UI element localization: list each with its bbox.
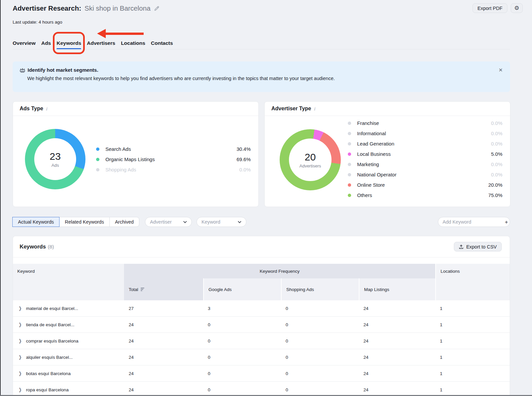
chevron-right-icon[interactable]: ❯ <box>19 371 22 376</box>
advertiser-select-placeholder: Advertiser <box>150 219 172 225</box>
shopping-ads-cell: 0 <box>281 349 359 365</box>
legend-item: Search Ads 30.4% <box>96 144 251 154</box>
chevron-right-icon[interactable]: ❯ <box>19 387 22 392</box>
locations-cell: 1 <box>435 333 510 349</box>
shopping-ads-cell: 0 <box>281 317 359 333</box>
col-google-ads-header[interactable]: Google Ads <box>203 278 281 300</box>
keyword-text: material de esquí Barcel... <box>26 306 78 311</box>
table-row[interactable]: ❯ botas esquí Barcelona 24 0 0 24 1 <box>13 365 510 382</box>
ads-type-card: Ads Type i 23 Ads Search Ads 30.4% <box>13 101 259 207</box>
legend-item: Marketing 0.0% <box>348 159 502 169</box>
advertiser-filter-select[interactable]: Advertiser <box>145 217 192 227</box>
page-title: Advertiser Research: Ski shop in Barcelo… <box>13 3 160 14</box>
legend-label: Shopping Ads <box>105 167 239 172</box>
tab[interactable]: Locations <box>121 37 145 49</box>
ads-type-card-header: Ads Type i <box>13 102 258 116</box>
legend-value: 0.0% <box>491 172 502 177</box>
tab-label: Contacts <box>151 40 173 46</box>
page-title-name: Ski shop in Barcelona <box>84 3 150 14</box>
tab[interactable]: Ads <box>41 37 51 49</box>
tab[interactable]: Contacts <box>151 37 173 49</box>
keyword-frequency-label: Keyword Frequency <box>260 269 300 274</box>
total-cell: 24 <box>124 349 203 365</box>
chevron-right-icon[interactable]: ❯ <box>19 322 22 327</box>
tab[interactable]: Overview <box>13 37 36 49</box>
total-cell: 27 <box>124 300 203 316</box>
legend-dot <box>348 173 351 176</box>
donut-center-label: Advertisers <box>299 163 321 168</box>
col-map-listings-header[interactable]: Map Listings <box>359 278 435 300</box>
add-keyword-field: + <box>438 217 510 227</box>
add-keyword-input[interactable] <box>443 219 505 225</box>
hot-segments-banner: Identify hot market segments. We highlig… <box>13 61 510 92</box>
banner-text: We highlight the most relevant keywords … <box>27 76 503 81</box>
ads-type-title: Ads Type <box>20 106 43 112</box>
keywords-filter-tabs: Actual Keywords Related Keywords Archive… <box>13 217 139 227</box>
donut-center-label: Ads <box>52 163 59 168</box>
legend-label: Marketing <box>357 161 491 167</box>
tab[interactable]: Advertisers <box>87 37 115 49</box>
chevron-down-icon <box>238 221 241 223</box>
google-ads-cell: 0 <box>203 333 281 349</box>
legend-item: Franchise 0.0% <box>348 118 502 128</box>
col-total-header[interactable]: Total <box>124 278 203 300</box>
legend-value: 0.0% <box>491 161 502 167</box>
legend-label: Local Business <box>357 151 491 157</box>
legend-dot <box>348 142 351 146</box>
donut-hole: 23 Ads <box>34 138 76 180</box>
locations-cell: 1 <box>435 365 510 381</box>
shopping-ads-cell: 0 <box>281 382 359 396</box>
table-row[interactable]: ❯ material de esquí Barcel... 27 3 0 24 … <box>13 300 510 317</box>
tab[interactable]: Keywords <box>57 37 81 49</box>
banner-close-button[interactable]: ✕ <box>498 67 503 72</box>
map-listings-label: Map Listings <box>364 287 389 292</box>
table-row[interactable]: ❯ comprar esquís Barcelona 24 0 0 24 1 <box>13 333 510 349</box>
keywords-card-header: Keywords (8) Export to CSV <box>13 236 510 257</box>
table-row[interactable]: ❯ tienda de esquí Barcel... 24 0 0 24 1 <box>13 317 510 333</box>
plus-icon[interactable]: + <box>505 219 508 225</box>
col-shopping-ads-header[interactable]: Shopping Ads <box>281 278 359 300</box>
info-icon[interactable]: i <box>46 106 47 111</box>
advertiser-type-card-body: 20 Advertisers Franchise 0.0% Informatio… <box>265 116 510 207</box>
crown-icon <box>19 67 26 73</box>
legend-label: Lead Generation <box>357 141 491 147</box>
export-pdf-button[interactable]: Export PDF <box>472 3 507 13</box>
shopping-ads-label: Shopping Ads <box>286 287 314 292</box>
advertiser-type-donut: 20 Advertisers <box>280 129 341 190</box>
legend-label: Informational <box>357 131 491 136</box>
segment-button[interactable]: Archived <box>109 217 139 227</box>
legend-dot <box>96 168 99 171</box>
table-row[interactable]: ❯ alquiler esquís Barcel... 24 0 0 24 1 <box>13 349 510 365</box>
edit-title-button[interactable] <box>154 6 160 11</box>
keyword-cell: ❯ alquiler esquís Barcel... <box>13 349 124 365</box>
legend-value: 0.0% <box>491 141 502 147</box>
keyword-text: tienda de esquí Barcel... <box>26 322 74 327</box>
map-listings-cell: 24 <box>359 333 435 349</box>
chevron-right-icon[interactable]: ❯ <box>19 354 22 360</box>
total-label: Total <box>129 287 138 292</box>
chevron-right-icon[interactable]: ❯ <box>19 338 22 344</box>
settings-button[interactable]: ⚙ <box>511 3 523 13</box>
table-body: ❯ material de esquí Barcel... 27 3 0 24 … <box>13 300 510 396</box>
keywords-filterbar: Actual Keywords Related Keywords Archive… <box>13 217 510 227</box>
advertiser-type-card: Advertiser Type i 20 Advertisers Franchi… <box>264 101 510 207</box>
segment-button[interactable]: Related Keywords <box>59 217 110 227</box>
banner-title-row: Identify hot market segments. <box>19 67 503 73</box>
map-listings-cell: 24 <box>359 317 435 333</box>
tab-label: Overview <box>13 40 36 46</box>
keyword-text: comprar esquís Barcelona <box>26 339 78 344</box>
legend-dot <box>96 158 99 161</box>
export-csv-button[interactable]: Export to CSV <box>454 242 502 251</box>
legend-item: Lead Generation 0.0% <box>348 139 502 149</box>
keyword-filter-select[interactable]: Keyword <box>197 217 246 227</box>
legend-dot <box>348 122 351 125</box>
chevron-right-icon[interactable]: ❯ <box>19 306 22 311</box>
info-icon[interactable]: i <box>314 106 315 111</box>
legend-dot <box>96 148 99 151</box>
close-icon: ✕ <box>498 67 503 73</box>
segment-button[interactable]: Actual Keywords <box>12 217 60 227</box>
window-edge-left <box>0 0 1 396</box>
advertiser-type-card-header: Advertiser Type i <box>265 102 510 116</box>
banner-title: Identify hot market segments. <box>28 67 98 73</box>
table-row[interactable]: ❯ ropa esquí Barcelona 24 0 0 24 1 <box>13 382 510 396</box>
